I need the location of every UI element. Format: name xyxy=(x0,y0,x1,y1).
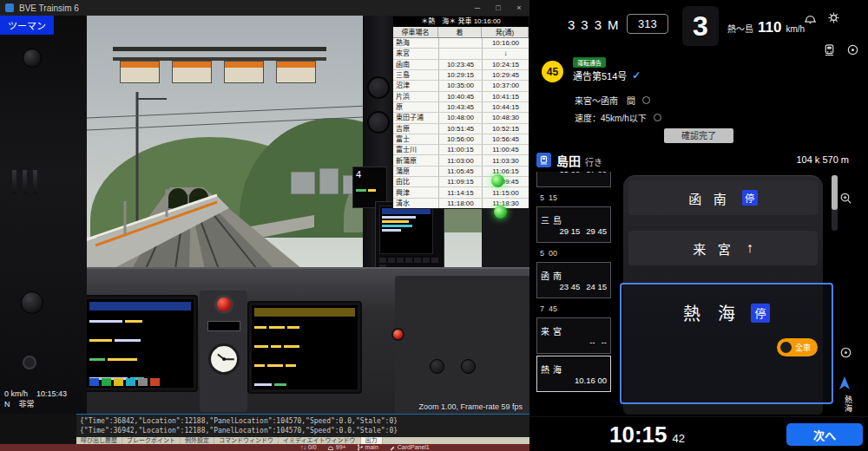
nav-arrow-icon[interactable] xyxy=(836,375,853,392)
timetable-departure: 10:56:45 xyxy=(482,134,529,144)
console-knob[interactable] xyxy=(461,359,476,374)
timetable-departure: 11:06:15 xyxy=(482,167,529,176)
station-column: 35 0037 00 515 三島 29 1529 45 500 函南 23 4… xyxy=(536,172,615,394)
notice-item[interactable]: 速度：45km/h以下 xyxy=(575,111,661,124)
timetable-row: 富士 10:56:00 10:56:45 xyxy=(393,134,529,145)
timetable-arrival: 10:35:00 xyxy=(438,81,482,90)
statusbar-nav[interactable]: ↑↓ 0/0 xyxy=(300,444,317,451)
statusbar-file[interactable]: CardPanel1 xyxy=(389,444,430,451)
close-button[interactable]: × xyxy=(509,0,529,16)
radio-icon[interactable] xyxy=(654,114,661,121)
station-time-box[interactable]: 35 0037 00 xyxy=(536,172,611,187)
station-times: ---- xyxy=(541,337,607,347)
confirm-button[interactable]: 確認完了 xyxy=(664,128,733,143)
run-time: 745 xyxy=(536,300,615,317)
debug-tab[interactable]: イミディエイトウィンドウ xyxy=(279,437,361,444)
nav-station-label: 熱海 xyxy=(844,395,852,413)
timetable-row: 吉原 10:51:45 10:52:15 xyxy=(393,124,529,134)
timetable-departure: 10:37:00 xyxy=(482,81,529,90)
station-canopy xyxy=(113,47,326,92)
timetable-row: 原 10:43:45 10:44:15 xyxy=(393,102,529,113)
destination-icon xyxy=(536,153,551,167)
bve-titlebar[interactable]: BVE Trainsim 6 ─ □ × xyxy=(0,0,529,16)
debug-tab[interactable]: ブレークポイント xyxy=(122,437,181,444)
station-time-box[interactable]: 函南 23 4524 15 xyxy=(536,262,611,298)
speed-limit-display: 熱〜島 110 km/h xyxy=(727,19,805,36)
next-button[interactable]: 次へ xyxy=(786,423,863,446)
gear-icon[interactable] xyxy=(827,11,840,24)
console-knob[interactable] xyxy=(430,359,444,374)
board-row-atami-current[interactable]: 熱海 停 全車 xyxy=(620,283,833,404)
timetable-row: 新蒲原 11:03:00 11:03:30 xyxy=(393,155,529,166)
train-number: 333M xyxy=(568,17,625,32)
tims-screen-right[interactable] xyxy=(247,301,362,394)
console-knob-top[interactable] xyxy=(23,49,42,68)
cab-left-console: 0 km/h10:15:43 N非常 xyxy=(0,16,87,414)
section-label: 熱〜島 xyxy=(727,22,753,35)
zoom-in-icon[interactable] xyxy=(838,191,853,206)
formation-badge: 313 xyxy=(627,14,668,34)
notice-title-row[interactable]: 通告第514号 ✓ xyxy=(573,69,641,82)
clock-display: 10:15 42 xyxy=(609,422,685,448)
radio-icon[interactable] xyxy=(642,96,650,104)
tims-screen-left[interactable] xyxy=(87,295,198,392)
station-time-box[interactable]: 来宮 ---- xyxy=(536,317,611,354)
pass-marker: ↑ xyxy=(746,240,753,256)
console-round-button[interactable] xyxy=(23,356,36,369)
right-console xyxy=(395,276,529,414)
maximize-button[interactable]: □ xyxy=(488,0,509,16)
debug-tab[interactable]: 出力 xyxy=(361,437,383,444)
cab-view: 4 xyxy=(87,16,529,414)
console-knob-lower[interactable] xyxy=(21,291,43,314)
bve-window: BVE Trainsim 6 ─ □ × ツーマン 0 km/h10:15:43… xyxy=(0,0,529,451)
timetable-arrival: 11:18:00 xyxy=(438,199,482,208)
timetable-arrival: 10:56:00 xyxy=(438,134,482,144)
scrollbar-thumb[interactable] xyxy=(832,175,838,210)
run-time-min: 5 xyxy=(540,249,544,258)
timetable-departure: 11:09:45 xyxy=(482,177,529,186)
marker-circle-icon[interactable] xyxy=(838,345,853,360)
timetable-row: 蒲原 11:05:45 11:06:15 xyxy=(393,167,529,177)
timetable-arrival xyxy=(438,49,482,58)
statusbar-notifications[interactable]: 99+ xyxy=(327,444,346,451)
station-time-box[interactable]: 三島 29 1529 45 xyxy=(536,206,611,243)
bell-icon xyxy=(327,444,334,451)
station-times: 35 0037 00 xyxy=(541,172,607,174)
window-controls: ─ □ × xyxy=(467,0,529,16)
status-circle-icon[interactable] xyxy=(846,43,859,56)
timetable-station-name: 富士川 xyxy=(393,145,438,154)
statusbar-branch[interactable]: main xyxy=(357,444,378,451)
timetable-row: 由比 11:09:15 11:09:45 xyxy=(393,177,529,187)
timetable-arrival: 10:48:00 xyxy=(438,113,482,122)
badge-icon xyxy=(780,342,792,353)
train-icon[interactable] xyxy=(823,43,836,56)
emergency-button[interactable] xyxy=(214,295,233,314)
station-time-box[interactable]: 熱海 10.16 00 xyxy=(536,356,611,392)
run-time-min: 7 xyxy=(540,304,544,313)
minimize-button[interactable]: ─ xyxy=(467,0,488,16)
timetable-arrival xyxy=(438,38,482,48)
stop-marker: 停 xyxy=(751,304,770,323)
timetable-station-name: 片浜 xyxy=(393,92,438,101)
debug-output-line: {"Time":36942,"Location":12188,"PanelLoc… xyxy=(80,426,526,435)
timetable-arrival: 10:43:45 xyxy=(438,102,482,112)
warning-lamp-red xyxy=(391,328,404,341)
tsuman-mode-button[interactable]: ツーマン xyxy=(0,16,54,35)
notice-item[interactable]: 来宮〜函南 間 xyxy=(575,94,650,107)
board-row-kinomiya[interactable]: 来宮 ↑ xyxy=(628,231,818,265)
timetable-row: 興津 11:14:15 11:15:00 xyxy=(393,187,529,198)
board-row-kannami[interactable]: 函南 停 xyxy=(628,180,818,215)
timetable-departure: 11:18:30 xyxy=(482,199,529,208)
bell-icon[interactable] xyxy=(804,11,817,24)
timetable-departure: 10:41:15 xyxy=(482,92,529,101)
debug-tab[interactable]: 例外設定 xyxy=(181,437,214,444)
map-scrollbar[interactable] xyxy=(832,175,838,231)
debug-output-panel[interactable]: {"Time":36842,"Location":12188,"PanelLoc… xyxy=(76,414,529,437)
debug-tab[interactable]: コマンドウィンドウ xyxy=(214,437,279,444)
col-station: 停車場名 xyxy=(393,27,438,37)
location-readout: 104 k 570 m xyxy=(796,154,849,165)
run-time: 500 xyxy=(536,245,615,262)
debug-tab[interactable]: 呼び出し履歴 xyxy=(76,437,122,444)
signal-lamp-green xyxy=(491,174,504,187)
station-times: 29 1529 45 xyxy=(541,226,607,236)
